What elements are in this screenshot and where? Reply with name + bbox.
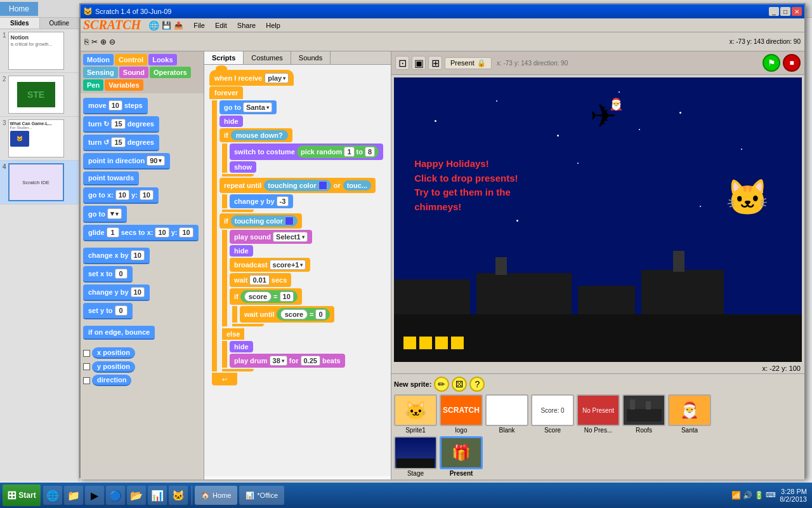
scratch-cat-icon[interactable]: 🐱 xyxy=(169,486,188,505)
score-var-2[interactable]: score xyxy=(280,309,308,319)
green-flag[interactable]: ⚑ xyxy=(763,54,780,72)
block-set-x[interactable]: set x to 0 xyxy=(83,266,201,283)
color-swatch-1[interactable] xyxy=(318,181,327,190)
block-move[interactable]: move 10 steps xyxy=(83,98,201,114)
block-goto[interactable]: go to ▾ xyxy=(83,206,201,223)
goto-block[interactable]: go to ▾ xyxy=(83,206,127,223)
slide-item-2[interactable]: 2 STE xyxy=(0,73,79,117)
bounce-block[interactable]: if on edge, bounce xyxy=(83,326,155,340)
variables-category[interactable]: Variables xyxy=(105,79,143,91)
color-swatch-2[interactable] xyxy=(285,217,294,225)
wait-block[interactable]: wait 0.01 secs xyxy=(230,273,291,287)
paint-sprite-btn[interactable]: ✏ xyxy=(434,377,449,392)
beats-val[interactable]: 0.25 xyxy=(301,356,320,366)
block-change-y[interactable]: change y by 10 xyxy=(83,284,201,301)
slide-item-4[interactable]: 4 Scratch IDE xyxy=(0,161,79,204)
pick-random-block[interactable]: pick random 1 to 8 xyxy=(297,145,379,158)
hide-block-3[interactable]: hide xyxy=(230,341,253,352)
glide-block[interactable]: glide 1 secs to x: 10 y: 10 xyxy=(83,225,199,241)
shrink-icon[interactable]: ⊖ xyxy=(109,37,115,46)
globe-icon[interactable]: 🌐 xyxy=(148,20,159,30)
sprite-sprite1[interactable]: 🐱 Sprite1 xyxy=(394,394,437,434)
office-taskbar-btn[interactable]: 📊 *Office xyxy=(239,486,284,505)
outline-tab[interactable]: Outline xyxy=(39,18,79,29)
media-icon[interactable]: ▶ xyxy=(85,486,104,505)
block-point-dir[interactable]: point in direction 90 xyxy=(83,153,201,170)
ppt-icon[interactable]: 📊 xyxy=(148,486,167,505)
direction-checkbox[interactable] xyxy=(83,377,90,384)
folder-icon[interactable]: 📁 xyxy=(64,486,83,505)
slides-tab[interactable]: Slides xyxy=(0,18,39,29)
if-touching-block[interactable]: if touching color xyxy=(219,213,302,229)
share-menu[interactable]: Share xyxy=(232,20,261,30)
home-taskbar-btn[interactable]: 🏠 Home xyxy=(195,486,237,505)
file-explorer-icon[interactable]: 📂 xyxy=(127,486,146,505)
ie-icon[interactable]: 🌐 xyxy=(43,486,62,505)
score-zero-block[interactable]: score = 0 xyxy=(277,308,330,321)
duplicate-icon[interactable]: ⎘ xyxy=(84,37,89,46)
sounds-tab[interactable]: Sounds xyxy=(291,51,331,64)
x-pos-checkbox[interactable] xyxy=(83,350,90,357)
sprite-logo[interactable]: SCRATCH logo xyxy=(440,394,483,434)
random-sprite-btn[interactable]: ⚄ xyxy=(452,377,467,392)
slide-item-3[interactable]: 3 What Can Game-L... For Studen... 🐱 xyxy=(0,117,79,161)
play-drum-block[interactable]: play drum 38▾ for 0.25 beats xyxy=(230,354,345,368)
scripts-tab[interactable]: Scripts xyxy=(204,51,244,64)
score-eq-block[interactable]: score = 10 xyxy=(240,290,298,303)
sprite-stage[interactable]: Stage xyxy=(394,436,437,477)
maximize-button[interactable]: □ xyxy=(780,7,790,16)
present-button[interactable]: Present 🔒 xyxy=(445,57,492,69)
costumes-tab[interactable]: Costumes xyxy=(244,51,291,64)
sprite-nopres[interactable]: No Present No Pres... xyxy=(577,394,620,434)
goto-block[interactable]: go to Santa▾ xyxy=(219,100,277,114)
sprite-score[interactable]: Score: 0 Score xyxy=(531,394,574,434)
sprite-santa[interactable]: 🎅 Santa xyxy=(668,394,711,434)
forever-block[interactable]: forever xyxy=(209,86,243,99)
point-towards-block[interactable]: point towards xyxy=(83,171,139,185)
y-pos-block[interactable]: y position xyxy=(92,361,135,373)
stop-button[interactable]: ■ xyxy=(783,54,801,72)
wait-val[interactable]: 0.01 xyxy=(249,275,269,285)
change-y-block[interactable]: change y by 10 xyxy=(83,284,150,301)
hide-block-1[interactable]: hide xyxy=(219,116,243,127)
wait-until-block[interactable]: wait until score = 0 xyxy=(240,306,334,323)
hide-block-2[interactable]: hide xyxy=(230,245,253,257)
edit-menu[interactable]: Edit xyxy=(210,20,232,30)
block-turn-ccw[interactable]: turn ↺ 15 degrees xyxy=(83,135,201,151)
block-set-y[interactable]: set y to 0 xyxy=(83,303,201,319)
sprite-blank[interactable]: Blank xyxy=(485,394,528,434)
sprite-present[interactable]: 🎁 Present xyxy=(440,436,483,477)
else-block[interactable]: else xyxy=(222,328,244,340)
change-y-block[interactable]: change y by -3 xyxy=(230,194,293,208)
delete-icon[interactable]: ✂ xyxy=(91,37,98,46)
play-sound-block[interactable]: play sound Select1▾ xyxy=(230,230,312,244)
block-change-x[interactable]: change x by 10 xyxy=(83,248,201,264)
grow-icon[interactable]: ⊕ xyxy=(100,37,107,46)
broadcast-block[interactable]: broadcast score+1▾ xyxy=(230,258,310,272)
sound-dropdown[interactable]: Select1▾ xyxy=(273,232,308,242)
x-pos-block[interactable]: x position xyxy=(92,347,135,359)
mouse-down-block[interactable]: mouse down? xyxy=(231,130,288,140)
folder-sprite-btn[interactable]: ? xyxy=(469,377,485,392)
set-y-block[interactable]: set y to 0 xyxy=(83,303,133,319)
random-min[interactable]: 1 xyxy=(344,147,354,157)
score-zero-val[interactable]: 0 xyxy=(315,309,325,319)
move-block[interactable]: move 10 steps xyxy=(83,98,148,114)
turn-cw-block[interactable]: turn ↻ 15 degrees xyxy=(83,116,159,133)
sprite-roofs[interactable]: Roofs xyxy=(622,394,665,434)
small-stage-btn[interactable]: ⊡ xyxy=(395,56,409,70)
block-y-pos[interactable]: y position xyxy=(83,361,201,373)
change-y-val[interactable]: -3 xyxy=(277,196,289,206)
y-pos-checkbox[interactable] xyxy=(83,363,90,370)
if-score-block[interactable]: if score = 10 xyxy=(230,288,302,305)
block-x-pos[interactable]: x position xyxy=(83,347,201,359)
touching-color-1[interactable]: touching color xyxy=(264,180,331,191)
when-receive-block[interactable]: when I receive play▾ xyxy=(209,70,294,86)
block-turn-cw[interactable]: turn ↻ 15 degrees xyxy=(83,116,201,133)
score-val[interactable]: 10 xyxy=(280,291,294,302)
chrome-icon[interactable]: 🔵 xyxy=(106,486,125,505)
close-button[interactable]: ✕ xyxy=(792,7,802,16)
repeat-until-block[interactable]: repeat until touching color or touc... xyxy=(219,178,376,193)
file-menu[interactable]: File xyxy=(188,20,210,30)
if-block-1[interactable]: if mouse down? xyxy=(219,128,292,142)
